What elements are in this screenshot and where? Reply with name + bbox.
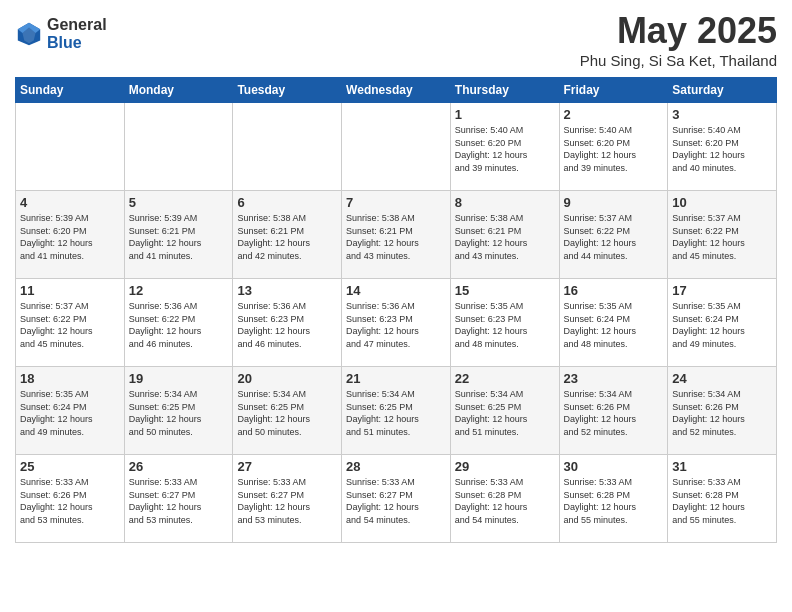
day-cell: 29Sunrise: 5:33 AM Sunset: 6:28 PM Dayli…: [450, 455, 559, 543]
logo-general-text: General: [47, 16, 107, 34]
logo: General Blue: [15, 16, 107, 51]
day-number: 21: [346, 371, 446, 386]
day-number: 8: [455, 195, 555, 210]
day-info: Sunrise: 5:34 AM Sunset: 6:26 PM Dayligh…: [672, 389, 745, 437]
day-number: 24: [672, 371, 772, 386]
day-cell: 18Sunrise: 5:35 AM Sunset: 6:24 PM Dayli…: [16, 367, 125, 455]
day-info: Sunrise: 5:37 AM Sunset: 6:22 PM Dayligh…: [672, 213, 745, 261]
day-number: 17: [672, 283, 772, 298]
day-number: 1: [455, 107, 555, 122]
logo-blue-text: Blue: [47, 34, 107, 52]
col-header-sunday: Sunday: [16, 78, 125, 103]
day-cell: 12Sunrise: 5:36 AM Sunset: 6:22 PM Dayli…: [124, 279, 233, 367]
header: General Blue May 2025 Phu Sing, Si Sa Ke…: [15, 10, 777, 69]
day-info: Sunrise: 5:40 AM Sunset: 6:20 PM Dayligh…: [455, 125, 528, 173]
day-cell: 31Sunrise: 5:33 AM Sunset: 6:28 PM Dayli…: [668, 455, 777, 543]
day-info: Sunrise: 5:37 AM Sunset: 6:22 PM Dayligh…: [20, 301, 93, 349]
day-info: Sunrise: 5:34 AM Sunset: 6:25 PM Dayligh…: [237, 389, 310, 437]
day-info: Sunrise: 5:38 AM Sunset: 6:21 PM Dayligh…: [455, 213, 528, 261]
col-header-thursday: Thursday: [450, 78, 559, 103]
day-cell: 16Sunrise: 5:35 AM Sunset: 6:24 PM Dayli…: [559, 279, 668, 367]
day-cell: 24Sunrise: 5:34 AM Sunset: 6:26 PM Dayli…: [668, 367, 777, 455]
day-cell: 9Sunrise: 5:37 AM Sunset: 6:22 PM Daylig…: [559, 191, 668, 279]
col-header-monday: Monday: [124, 78, 233, 103]
day-info: Sunrise: 5:33 AM Sunset: 6:26 PM Dayligh…: [20, 477, 93, 525]
day-info: Sunrise: 5:33 AM Sunset: 6:27 PM Dayligh…: [129, 477, 202, 525]
day-info: Sunrise: 5:35 AM Sunset: 6:24 PM Dayligh…: [672, 301, 745, 349]
col-header-saturday: Saturday: [668, 78, 777, 103]
day-cell: 19Sunrise: 5:34 AM Sunset: 6:25 PM Dayli…: [124, 367, 233, 455]
day-info: Sunrise: 5:35 AM Sunset: 6:24 PM Dayligh…: [20, 389, 93, 437]
day-number: 18: [20, 371, 120, 386]
day-number: 22: [455, 371, 555, 386]
week-row-2: 4Sunrise: 5:39 AM Sunset: 6:20 PM Daylig…: [16, 191, 777, 279]
day-info: Sunrise: 5:36 AM Sunset: 6:23 PM Dayligh…: [346, 301, 419, 349]
day-info: Sunrise: 5:38 AM Sunset: 6:21 PM Dayligh…: [237, 213, 310, 261]
day-info: Sunrise: 5:37 AM Sunset: 6:22 PM Dayligh…: [564, 213, 637, 261]
day-cell: 4Sunrise: 5:39 AM Sunset: 6:20 PM Daylig…: [16, 191, 125, 279]
day-number: 3: [672, 107, 772, 122]
week-row-5: 25Sunrise: 5:33 AM Sunset: 6:26 PM Dayli…: [16, 455, 777, 543]
day-info: Sunrise: 5:34 AM Sunset: 6:25 PM Dayligh…: [129, 389, 202, 437]
day-number: 31: [672, 459, 772, 474]
logo-icon: [15, 20, 43, 48]
day-number: 7: [346, 195, 446, 210]
day-number: 11: [20, 283, 120, 298]
month-title: May 2025: [580, 10, 777, 52]
day-cell: 10Sunrise: 5:37 AM Sunset: 6:22 PM Dayli…: [668, 191, 777, 279]
day-info: Sunrise: 5:36 AM Sunset: 6:22 PM Dayligh…: [129, 301, 202, 349]
calendar-table: SundayMondayTuesdayWednesdayThursdayFrid…: [15, 77, 777, 543]
day-cell: 17Sunrise: 5:35 AM Sunset: 6:24 PM Dayli…: [668, 279, 777, 367]
day-cell: 5Sunrise: 5:39 AM Sunset: 6:21 PM Daylig…: [124, 191, 233, 279]
day-cell: 22Sunrise: 5:34 AM Sunset: 6:25 PM Dayli…: [450, 367, 559, 455]
day-number: 29: [455, 459, 555, 474]
day-number: 19: [129, 371, 229, 386]
day-number: 14: [346, 283, 446, 298]
day-info: Sunrise: 5:34 AM Sunset: 6:25 PM Dayligh…: [346, 389, 419, 437]
day-info: Sunrise: 5:34 AM Sunset: 6:25 PM Dayligh…: [455, 389, 528, 437]
day-cell: 27Sunrise: 5:33 AM Sunset: 6:27 PM Dayli…: [233, 455, 342, 543]
day-cell: [124, 103, 233, 191]
header-row: SundayMondayTuesdayWednesdayThursdayFrid…: [16, 78, 777, 103]
col-header-tuesday: Tuesday: [233, 78, 342, 103]
day-cell: 8Sunrise: 5:38 AM Sunset: 6:21 PM Daylig…: [450, 191, 559, 279]
day-cell: 30Sunrise: 5:33 AM Sunset: 6:28 PM Dayli…: [559, 455, 668, 543]
day-cell: 23Sunrise: 5:34 AM Sunset: 6:26 PM Dayli…: [559, 367, 668, 455]
day-number: 4: [20, 195, 120, 210]
day-number: 13: [237, 283, 337, 298]
day-info: Sunrise: 5:33 AM Sunset: 6:28 PM Dayligh…: [455, 477, 528, 525]
day-info: Sunrise: 5:40 AM Sunset: 6:20 PM Dayligh…: [672, 125, 745, 173]
day-info: Sunrise: 5:33 AM Sunset: 6:28 PM Dayligh…: [564, 477, 637, 525]
location-title: Phu Sing, Si Sa Ket, Thailand: [580, 52, 777, 69]
day-info: Sunrise: 5:33 AM Sunset: 6:27 PM Dayligh…: [237, 477, 310, 525]
day-cell: 25Sunrise: 5:33 AM Sunset: 6:26 PM Dayli…: [16, 455, 125, 543]
day-cell: 15Sunrise: 5:35 AM Sunset: 6:23 PM Dayli…: [450, 279, 559, 367]
day-info: Sunrise: 5:35 AM Sunset: 6:23 PM Dayligh…: [455, 301, 528, 349]
day-cell: 26Sunrise: 5:33 AM Sunset: 6:27 PM Dayli…: [124, 455, 233, 543]
col-header-friday: Friday: [559, 78, 668, 103]
week-row-3: 11Sunrise: 5:37 AM Sunset: 6:22 PM Dayli…: [16, 279, 777, 367]
day-cell: 11Sunrise: 5:37 AM Sunset: 6:22 PM Dayli…: [16, 279, 125, 367]
day-number: 26: [129, 459, 229, 474]
day-number: 27: [237, 459, 337, 474]
day-number: 30: [564, 459, 664, 474]
day-number: 2: [564, 107, 664, 122]
day-info: Sunrise: 5:39 AM Sunset: 6:21 PM Dayligh…: [129, 213, 202, 261]
day-info: Sunrise: 5:35 AM Sunset: 6:24 PM Dayligh…: [564, 301, 637, 349]
day-cell: 13Sunrise: 5:36 AM Sunset: 6:23 PM Dayli…: [233, 279, 342, 367]
day-number: 5: [129, 195, 229, 210]
day-info: Sunrise: 5:33 AM Sunset: 6:28 PM Dayligh…: [672, 477, 745, 525]
day-number: 28: [346, 459, 446, 474]
day-number: 6: [237, 195, 337, 210]
day-cell: [233, 103, 342, 191]
day-info: Sunrise: 5:36 AM Sunset: 6:23 PM Dayligh…: [237, 301, 310, 349]
day-info: Sunrise: 5:34 AM Sunset: 6:26 PM Dayligh…: [564, 389, 637, 437]
title-area: May 2025 Phu Sing, Si Sa Ket, Thailand: [580, 10, 777, 69]
day-cell: [16, 103, 125, 191]
day-number: 20: [237, 371, 337, 386]
day-number: 16: [564, 283, 664, 298]
day-number: 15: [455, 283, 555, 298]
day-cell: [342, 103, 451, 191]
day-cell: 21Sunrise: 5:34 AM Sunset: 6:25 PM Dayli…: [342, 367, 451, 455]
day-cell: 1Sunrise: 5:40 AM Sunset: 6:20 PM Daylig…: [450, 103, 559, 191]
